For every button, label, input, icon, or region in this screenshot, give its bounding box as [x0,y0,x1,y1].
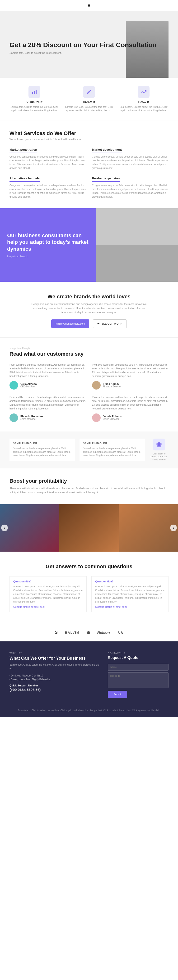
strip-next-button[interactable]: › [170,525,177,531]
footer-contact-title: Request A Quote [108,655,168,660]
service-title-2: Market development [92,148,122,153]
logo-3: ⊕ [87,630,90,635]
faq-grid: Question title? Answer: Lorem ipsum dolo… [10,576,168,612]
faq-title: Get answers to common questions [10,563,168,570]
form-submit-button[interactable]: Submit [108,691,127,698]
avatar-1 [10,381,18,390]
footer-content: WHY US? What Can We Offer for Your Busin… [10,652,168,698]
strip-image-1 [0,504,59,552]
brands-section: We create brands the world loves Designs… [0,282,178,337]
see-work-label: SEE OUR WORK [102,322,122,325]
hero-title: Get a 20% Discount on Your First Consult… [10,41,168,49]
stats-section: SAMPLE HEADLINE Justo donec enim diam vu… [0,431,178,468]
eye-icon: 👁 [97,322,100,325]
footer-description: Sample text. Click to select the text bo… [10,663,101,671]
author-info-1: Celia Almeda CEO MuliForm [21,382,37,388]
testimonial-3: Proin sed libero enim sed faucibus turpi… [10,395,86,422]
avatar-4 [92,414,101,422]
faq-question-1: Question title? [13,580,83,583]
faq-link-1[interactable]: Quisque fringilla sit amet dolor [13,606,83,608]
testimonial-text-4: Proin sed libero enim sed faucibus turpi… [92,395,169,410]
hamburger-menu[interactable]: ≡ [88,3,90,8]
author-info-3: Phoenix Robertson Sales Manager [21,415,44,420]
stat-text-2: Justo donec enim diam vulputate ut phare… [83,447,141,457]
consultants-credit: Image from Freepik [7,255,89,258]
testimonial-text-2: Proin sed libero enim sed faucibus turpi… [92,363,169,378]
faq-answer-2: Answer: Lorem ipsum dolor sit amet, cons… [95,585,165,604]
svg-rect-0 [32,92,33,94]
service-card-2: Market development Congue eu consequat a… [92,147,169,170]
footer-title: What Can We Offer for Your Business [10,655,101,661]
form-message-input[interactable] [108,673,168,688]
hero-content: Get a 20% Discount on Your First Consult… [10,41,168,57]
features-section: Visualize It Sample text. Click to selec… [0,78,178,121]
trending-up-icon [141,89,146,95]
feature-visualize-desc: Sample text. Click to select the text bo… [10,105,59,112]
services-section: What Services do We Offer We will send y… [0,121,178,208]
stat-card-1: SAMPLE HEADLINE Justo donec enim diam vu… [10,439,75,461]
testimonial-text-3: Proin sed libero enim sed faucibus turpi… [10,395,86,410]
author-name-1: Celia Almeda [21,382,37,385]
testimonial-4: Proin sed libero enim sed faucibus turpi… [92,395,169,422]
logo-4: Nelson [97,630,110,635]
service-title-4: Product expansion [92,177,120,182]
service-card-3: Alternative channels Congue eu consequat… [10,176,86,199]
footer-contact-tag: CONTACT US [108,652,168,655]
image-placeholder-bottom [96,245,178,282]
faq-question-2: Question title? [95,580,165,583]
testimonial-2: Proin sed libero enim sed faucibus turpi… [92,363,169,390]
testimonial-author-3: Phoenix Robertson Sales Manager [10,414,86,422]
footer: WHY US? What Can We Offer for Your Busin… [0,641,178,717]
pencil-icon [86,89,92,95]
testimonial-author-1: Celia Almeda CEO MuliForm [10,381,86,390]
testimonial-1: Proin sed libero enim sed faucibus turpi… [10,363,86,390]
footer-tag: WHY US? [10,652,101,655]
author-role-2: Financial Director [103,385,122,388]
hero-subtitle: Sample text. Click to select the Text El… [10,51,168,54]
author-role-3: Sales Manager [21,418,44,420]
strip-image-2 [59,504,119,552]
testimonials-section: Image from Freepik Read what our custome… [0,337,178,431]
svg-rect-2 [35,90,37,94]
faq-link-2[interactable]: Quisque fringilla sit amet dolor [95,606,165,608]
bar-chart-icon [32,89,37,95]
service-desc-4: Congue eu consequat ac felis donec et od… [92,184,169,199]
footer-phone: (+99 9684 5698 56) [10,687,101,692]
navbar: ≡ [0,0,178,11]
create-icon [83,86,95,98]
quote-form: Submit [108,664,168,698]
boost-title: Boost your profitability [10,478,168,484]
author-role-4: Office Manager [103,418,122,420]
author-info-4: Jennie Roberts Office Manager [103,415,122,420]
footer-bottom: Sample text. Click to select the text bo… [10,705,168,712]
stat-card-2: SAMPLE HEADLINE Justo donec enim diam vu… [80,439,145,461]
author-name-2: Frank Kinney [103,382,122,385]
avatar-2 [92,381,101,390]
hero-section: Get a 20% Discount on Your First Consult… [0,11,178,78]
testimonial-author-4: Jennie Roberts Office Manager [92,414,169,422]
consultants-image-top [96,208,178,245]
testimonials-grid: Proin sed libero enim sed faucibus turpi… [10,363,168,422]
consultants-heading: Our business consultants can help you ad… [7,232,89,253]
contact-button[interactable]: hi@myagencestudio.com [51,320,89,328]
gem-icon [156,441,162,448]
services-subtitle: We will send you a master and within 1 h… [10,138,168,141]
logo-5: ∧∧ [117,630,123,635]
brands-title: We create brands the world loves [14,294,164,300]
feature-visualize-title: Visualize It [10,100,59,104]
form-name-input[interactable] [108,664,168,671]
boost-icon-area[interactable]: Click again or double click to start edi… [149,439,168,461]
consultants-text-panel: Our business consultants can help you ad… [0,208,96,282]
author-name-4: Jennie Roberts [103,415,122,418]
stat-label-1: SAMPLE HEADLINE [13,442,71,445]
logo-2: BALVIM [65,631,80,634]
footer-address-2: • Street, Looks Even Slighly Believable. [10,678,101,681]
strip-prev-button[interactable]: ‹ [1,525,8,531]
faq-card-2: Question title? Answer: Lorem ipsum dolo… [91,576,168,612]
see-work-button[interactable]: 👁 SEE OUR WORK [93,320,127,328]
author-info-2: Frank Kinney Financial Director [103,382,122,388]
boost-section: Boost your profitability Pharetra vestib… [0,468,178,504]
service-card-1: Market penetration Congue eu consequat a… [10,147,86,170]
service-desc-2: Congue eu consequat ac felis donec et od… [92,155,169,170]
feature-create-desc: Sample text. Click to select the text bo… [64,105,114,112]
